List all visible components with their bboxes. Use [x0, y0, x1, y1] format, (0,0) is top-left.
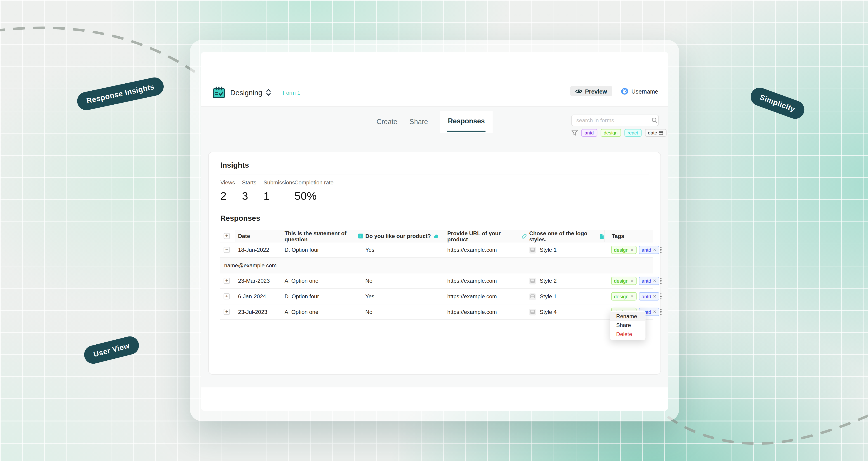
col-url: Provide URL of your product: [445, 230, 527, 242]
tag-close-icon[interactable]: [653, 247, 656, 252]
tag-close-icon[interactable]: [653, 278, 656, 283]
tab-responses[interactable]: Responses: [440, 111, 493, 133]
filter-tag-react[interactable]: react: [624, 129, 641, 137]
cell-logo-style: Style 1: [527, 243, 604, 257]
app-panel: Designing Form 1: [201, 52, 668, 410]
cell-tags: design antd: [604, 289, 653, 304]
table-row: 18-Jun-2022 D. Option four Yes https://e…: [220, 243, 653, 258]
col-tags: Tags: [604, 230, 653, 242]
tag-close-icon[interactable]: [630, 278, 633, 283]
cell-like: Yes: [363, 243, 445, 257]
preview-label: Preview: [585, 88, 607, 94]
cell-logo-style: Style 2: [527, 273, 604, 288]
stat-completion-rate: Completion rate 50%: [294, 179, 334, 203]
cell-url[interactable]: https://example.com: [445, 273, 527, 288]
thumbs-up-icon: [434, 234, 438, 238]
calendar-icon: [659, 131, 663, 135]
form-field-icon: [358, 234, 363, 238]
expand-row-button[interactable]: [223, 309, 230, 315]
cell-like: No: [363, 273, 445, 288]
col-logo-style: Chose one of the logo styles.: [527, 230, 604, 242]
username[interactable]: Username: [631, 88, 658, 94]
table-row: 23-Jul-2023 A. Option one No https://exa…: [220, 304, 653, 320]
search-icon[interactable]: [651, 117, 657, 123]
cell-date: 6-Jan-2024: [235, 289, 282, 304]
cell-like: Yes: [363, 289, 445, 304]
tag-close-icon[interactable]: [630, 294, 633, 299]
tag-design: design: [611, 292, 637, 301]
expanded-row: name@example.com: [220, 258, 653, 273]
stat-views: Views 2: [220, 179, 242, 203]
insights-stats: Views 2 Starts 3 Submissions 1 Complet: [220, 179, 334, 203]
cell-statement: D. Option four: [282, 243, 363, 257]
tag-design: design: [611, 246, 637, 254]
tag-close-icon[interactable]: [653, 294, 656, 299]
filter-funnel-icon[interactable]: [571, 129, 578, 136]
form-label[interactable]: Form 1: [283, 90, 301, 96]
row-more-icon[interactable]: [659, 246, 663, 254]
app-body: Create Share Responses: [201, 107, 668, 388]
expanded-email: name@example.com: [224, 263, 277, 269]
cell-tags: design antd: [604, 273, 653, 288]
content-card: Insights Views 2 Starts 3 Submissions: [208, 152, 661, 375]
tag-close-icon[interactable]: [630, 247, 633, 252]
cell-date: 18-Jun-2022: [235, 243, 282, 257]
menu-item-share[interactable]: Share: [610, 321, 646, 330]
search-input[interactable]: [572, 117, 652, 123]
col-date: Date: [235, 230, 282, 242]
search-box: [571, 115, 659, 126]
col-like: Do you like our product?: [363, 230, 445, 242]
stat-starts: Starts 3: [242, 179, 264, 203]
avatar[interactable]: [621, 88, 628, 95]
filter-tag-date[interactable]: date: [645, 129, 666, 137]
sort-swap-icon[interactable]: [266, 89, 271, 96]
tag-antd: antd: [639, 292, 659, 301]
collapse-row-button[interactable]: [223, 247, 230, 253]
expand-row-button[interactable]: [223, 293, 230, 300]
menu-item-delete[interactable]: Delete: [610, 330, 646, 339]
cell-url[interactable]: https://example.com: [445, 304, 527, 319]
badge-user-view: User View: [82, 334, 141, 366]
file-icon: [599, 233, 604, 239]
divider: [220, 174, 649, 174]
tag-close-icon[interactable]: [653, 309, 656, 314]
responses-table: Date This is the statement of question D…: [220, 230, 653, 320]
col-statement: This is the statement of question: [282, 230, 363, 242]
filter-tag-design[interactable]: design: [600, 129, 621, 137]
row-more-icon[interactable]: [659, 308, 663, 316]
image-placeholder-icon: [529, 277, 536, 284]
cell-logo-style: Style 4: [527, 304, 604, 319]
cell-tags: design antd: [604, 243, 653, 257]
link-icon: [522, 233, 527, 239]
app-title: Designing: [230, 88, 262, 97]
cell-like: No: [363, 304, 445, 319]
cell-statement: A. Option one: [282, 273, 363, 288]
table-header-row: Date This is the statement of question D…: [220, 230, 653, 243]
cell-url[interactable]: https://example.com: [445, 243, 527, 257]
filter-tag-antd[interactable]: antd: [581, 129, 597, 137]
expand-row-button[interactable]: [223, 278, 230, 284]
tab-share[interactable]: Share: [410, 118, 428, 126]
badge-simplicity: Simplicity: [748, 85, 807, 121]
preview-button[interactable]: Preview: [570, 86, 612, 96]
cell-url[interactable]: https://example.com: [445, 289, 527, 304]
stat-submissions: Submissions 1: [264, 179, 294, 203]
dashed-curve-bottom-right: [668, 413, 868, 443]
app-header: Designing Form 1: [201, 52, 668, 107]
cell-statement: D. Option four: [282, 289, 363, 304]
app-window: Designing Form 1: [190, 40, 679, 421]
tag-design: design: [611, 277, 637, 285]
row-more-icon[interactable]: [659, 292, 663, 301]
responses-title: Responses: [220, 214, 260, 223]
cell-logo-style: Style 1: [527, 289, 604, 304]
menu-item-rename[interactable]: Rename: [610, 312, 646, 321]
dashed-curve-top-left: [0, 28, 195, 72]
cell-statement: A. Option one: [282, 304, 363, 319]
tag-antd: antd: [639, 277, 659, 285]
image-placeholder-icon: [529, 308, 536, 315]
expand-all-button[interactable]: [223, 233, 230, 239]
scene-background: Response Insights Simplicity User View: [0, 0, 868, 461]
row-more-icon[interactable]: [659, 277, 663, 285]
tab-create[interactable]: Create: [377, 118, 397, 126]
filter-row: antd design react date: [571, 129, 666, 137]
